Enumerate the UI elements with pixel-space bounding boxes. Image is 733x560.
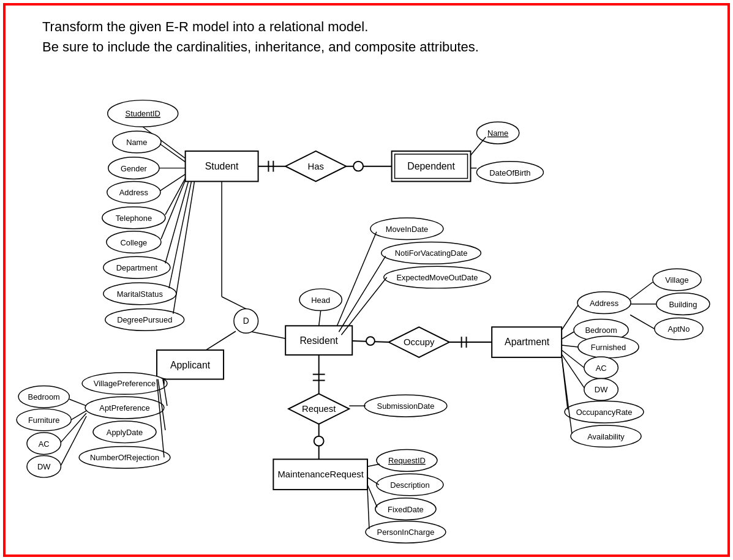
svg-line-44 xyxy=(341,277,386,335)
attr-dep-name: Name xyxy=(487,129,508,138)
student-entity: Student xyxy=(205,161,239,171)
svg-line-105 xyxy=(367,488,369,529)
attr-submissiondate: SubmissionDate xyxy=(377,401,435,411)
attr-aptpreference: AptPreference xyxy=(99,403,149,413)
attr-expectedmoveout: ExpectedMoveOutDate xyxy=(396,273,478,282)
apartment-entity: Apartment xyxy=(505,337,550,347)
svg-line-4 xyxy=(160,144,186,162)
svg-line-82 xyxy=(69,399,86,406)
svg-line-61 xyxy=(562,332,574,339)
attr-description: Description xyxy=(390,480,429,490)
attr-sub-ac: AC xyxy=(39,439,50,449)
attr-personincharge: PersonInCharge xyxy=(377,528,435,537)
svg-line-103 xyxy=(367,485,377,507)
attr-numberofrjection: NumberOfRejection xyxy=(90,453,159,462)
maintenance-entity: MaintenanceRequest xyxy=(277,469,364,479)
attr-moveindate: MoveInDate xyxy=(386,225,428,234)
attr-gender: Gender xyxy=(121,164,148,173)
attr-notivacating: NotiForVacatingDate xyxy=(395,248,468,258)
attr-apt-dw: DW xyxy=(595,385,608,394)
attr-apt-address: Address xyxy=(590,299,618,308)
attr-studentid: StudentID xyxy=(126,109,160,118)
attr-department: Department xyxy=(116,263,158,272)
attr-building: Building xyxy=(669,300,697,309)
attr-student-name: Name xyxy=(126,138,147,147)
svg-line-42 xyxy=(339,256,385,332)
svg-line-40 xyxy=(337,232,376,326)
applicant-entity: Applicant xyxy=(170,360,211,370)
attr-degreepursued: DegreePursued xyxy=(117,315,172,324)
svg-line-38 xyxy=(319,311,321,326)
svg-line-10 xyxy=(165,178,186,214)
attr-aptno: AptNo xyxy=(668,324,690,334)
attr-dob: DateOfBirth xyxy=(489,168,530,177)
svg-line-80 xyxy=(157,379,164,458)
attr-fixeddate: FixedDate xyxy=(388,505,424,514)
svg-point-94 xyxy=(314,436,324,446)
dependent-entity: Dependent xyxy=(407,161,455,171)
svg-line-101 xyxy=(367,477,379,485)
svg-line-63 xyxy=(562,345,578,347)
attr-applydate: ApplyDate xyxy=(107,428,143,437)
svg-point-24 xyxy=(353,162,363,171)
attr-telephone: Telephone xyxy=(116,214,152,223)
svg-line-99 xyxy=(367,464,380,466)
rel-occupy: Occupy xyxy=(404,337,435,347)
svg-line-33 xyxy=(222,297,246,309)
attr-head: Head xyxy=(311,296,330,305)
attr-sub-furniture: Furniture xyxy=(28,416,60,425)
attr-sub-dw: DW xyxy=(37,462,51,471)
main-container: Transform the given E-R model into a rel… xyxy=(3,3,730,557)
er-diagram: Student StudentID Name Gender Address Te… xyxy=(6,6,727,554)
attr-villagepreference: VillagePreference xyxy=(94,379,156,388)
svg-line-55 xyxy=(630,282,653,299)
attr-apt-bedroom: Bedroom xyxy=(585,326,617,335)
svg-line-28 xyxy=(470,137,486,155)
inheritance-d: D xyxy=(243,316,249,326)
attr-apt-ac: AC xyxy=(596,364,607,373)
attr-maritalstatus: MaritalStatus xyxy=(117,289,163,299)
attr-furnished: Furnished xyxy=(591,343,626,352)
attr-college: College xyxy=(121,238,148,247)
svg-point-47 xyxy=(366,337,375,345)
rel-has: Has xyxy=(308,162,324,171)
attr-student-address: Address xyxy=(119,188,148,197)
svg-line-12 xyxy=(161,180,186,239)
attr-requestid: RequestID xyxy=(388,456,426,465)
rel-request: Request xyxy=(302,404,336,414)
resident-entity: Resident xyxy=(299,335,338,346)
attr-availability: Availability xyxy=(587,432,625,441)
attr-occupancyrate: OccupancyRate xyxy=(576,408,633,417)
svg-line-59 xyxy=(630,315,655,329)
attr-sub-bedroom: Bedroom xyxy=(28,392,60,401)
attr-village: Village xyxy=(665,275,688,285)
